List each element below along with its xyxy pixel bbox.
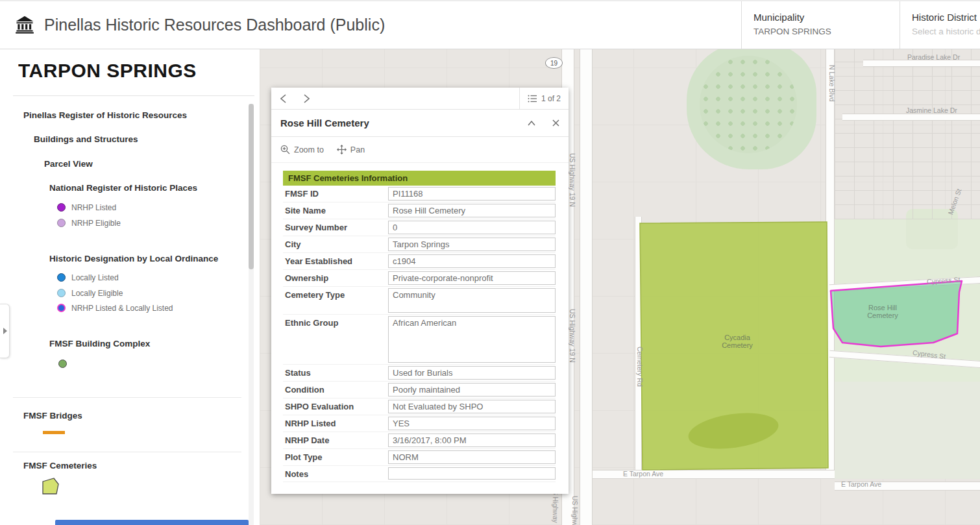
field-value: Tarpon Springs	[388, 238, 556, 251]
nrhp-and-locally-listed-swatch	[57, 304, 66, 312]
legend-buildings-heading: Buildings and Structures	[34, 134, 138, 144]
municipality-value: TARPON SPRINGS	[753, 27, 900, 36]
bridges-swatch	[43, 431, 65, 434]
field-value: NORM	[388, 450, 556, 464]
field-label: Ethnic Group	[283, 315, 388, 364]
street-label: Cemetery Rd	[636, 347, 644, 387]
legend-complex-heading: FMSF Building Complex	[49, 339, 150, 348]
pan-icon	[337, 145, 347, 154]
field-label: NRHP Listed	[283, 415, 388, 432]
field-label: Plot Type	[283, 449, 388, 465]
field-value: Not Evaluated by SHPO	[388, 400, 556, 413]
sidebar-scrollbar[interactable]	[249, 104, 254, 525]
legend-item-nrhp-eligible: NRHP Eligible	[71, 219, 121, 228]
field-label: Status	[283, 365, 388, 381]
legend-root-heading: Pinellas Register of Historic Resources	[23, 110, 187, 120]
table-row: Survey Number 0	[283, 219, 556, 236]
field-label: SHPO Evaluation	[283, 398, 388, 415]
legend-bridges-heading: FMSF Bridges	[23, 411, 82, 421]
street-label: E Tarpon Ave	[623, 470, 663, 478]
historic-district-placeholder: Select a historic d	[912, 27, 980, 36]
street-label: Jasmine Lake Dr	[906, 106, 957, 114]
historic-district-selector[interactable]: Historic District Select a historic d	[900, 1, 980, 49]
field-label: NRHP Date	[283, 432, 388, 448]
divider	[13, 452, 241, 452]
legend-nrhp-heading: National Register of Historic Places	[49, 183, 197, 193]
street-label: Paradise Lake Dr	[907, 53, 960, 61]
sidebar-title: TARPON SPRINGS	[18, 60, 197, 82]
prev-feature-button[interactable]	[271, 88, 295, 109]
table-row: Plot Type NORM	[283, 449, 556, 466]
locally-listed-swatch	[57, 273, 66, 282]
app-header: Pinellas Historic Resources Dashboard (P…	[0, 0, 980, 49]
bank-icon	[14, 14, 35, 35]
legend-cemeteries-heading: FMSF Cemeteries	[23, 461, 97, 470]
legend-item-locally-listed: Locally Listed	[71, 273, 119, 282]
pan-button[interactable]: Pan	[337, 145, 365, 154]
field-label: Ownership	[283, 270, 388, 286]
cemeteries-swatch	[40, 476, 61, 496]
sidebar-scrollbar-thumb[interactable]	[249, 104, 254, 269]
table-row: City Tarpon Springs	[283, 236, 556, 253]
map-canvas[interactable]: 19 Paradise Lake Dr Jasmine Lake Dr N La…	[260, 49, 980, 525]
zoom-to-label: Zoom to	[294, 145, 324, 154]
zoom-to-button[interactable]: Zoom to	[280, 145, 324, 154]
table-row: Condition Poorly maintained	[283, 382, 556, 398]
field-value: PI11168	[388, 187, 556, 201]
street-label: N Lake Blvd	[828, 65, 836, 102]
route-19-shield: 19	[545, 57, 563, 69]
attribute-table: FMSF Cemeteries Information FMSF ID PI11…	[283, 171, 556, 482]
legend-item-locally-eligible: Locally Eligible	[71, 289, 123, 298]
field-value: Private-corporate-nonprofit	[388, 271, 556, 285]
legend-local-heading: Historic Designation by Local Ordinance	[49, 254, 218, 263]
field-value: c1904	[388, 254, 556, 268]
historic-district-label: Historic District	[912, 12, 980, 23]
field-value: Poorly maintained	[388, 383, 556, 397]
legend-item-nrhp-locally-listed: NRHP Listed & Locally Listed	[71, 304, 173, 313]
field-value: 0	[388, 221, 556, 234]
field-value	[388, 467, 556, 480]
close-popup-icon[interactable]	[552, 119, 559, 127]
street-label: E Tarpon Ave	[841, 480, 881, 488]
feature-pager: 1 of 2	[541, 94, 561, 103]
municipality-label: Municipality	[753, 12, 900, 23]
table-row: Notes	[283, 466, 556, 482]
collapse-popup-icon[interactable]	[528, 121, 535, 126]
municipality-selector[interactable]: Municipality TARPON SPRINGS	[741, 1, 900, 49]
table-row: SHPO Evaluation Not Evaluated by SHPO	[283, 398, 556, 415]
selected-row-indicator	[55, 520, 249, 525]
table-row: FMSF ID PI11168	[283, 186, 556, 202]
locally-eligible-swatch	[57, 289, 66, 297]
field-label: Notes	[283, 466, 388, 482]
field-label: FMSF ID	[283, 186, 388, 202]
table-row: Year Established c1904	[283, 253, 556, 270]
table-row: Status Used for Burials	[283, 365, 556, 382]
street-label: US Highway 19 N	[569, 153, 576, 207]
popup-actions: Zoom to Pan	[271, 137, 569, 163]
divider	[13, 95, 254, 96]
field-label: Condition	[283, 382, 388, 398]
divider	[13, 397, 241, 398]
street-label: US Highway 19 N	[569, 309, 576, 363]
table-row: Ethnic Group African American	[283, 315, 556, 365]
nrhp-listed-swatch	[57, 203, 66, 212]
dashboard-page: Pinellas Historic Resources Dashboard (P…	[0, 0, 980, 525]
table-row: NRHP Listed YES	[283, 415, 556, 432]
next-feature-button[interactable]	[295, 88, 318, 109]
table-row: Site Name Rose Hill Cemetery	[283, 202, 556, 219]
feature-popup: 1 of 2 Rose Hill Cemetery	[271, 88, 569, 494]
cycadia-cemetery-label: Cycadia Cemetery	[711, 334, 763, 349]
legend-sidebar: TARPON SPRINGS Pinellas Register of Hist…	[0, 50, 260, 525]
field-value: Rose Hill Cemetery	[388, 204, 556, 217]
field-value: 3/16/2017, 8:00 PM	[388, 433, 556, 447]
popup-title: Rose Hill Cemetery	[280, 117, 369, 128]
table-row: Ownership Private-corporate-nonprofit	[283, 270, 556, 287]
field-label: Survey Number	[283, 219, 388, 236]
sidebar-expander[interactable]	[0, 304, 10, 358]
field-value: Community	[388, 288, 556, 313]
nrhp-eligible-swatch	[57, 219, 66, 227]
field-value: Used for Burials	[388, 366, 556, 380]
legend-parcel-heading: Parcel View	[44, 159, 93, 169]
feature-list-icon[interactable]	[528, 95, 537, 103]
rose-hill-cemetery-label: Rose Hill Cemetery	[855, 304, 910, 319]
